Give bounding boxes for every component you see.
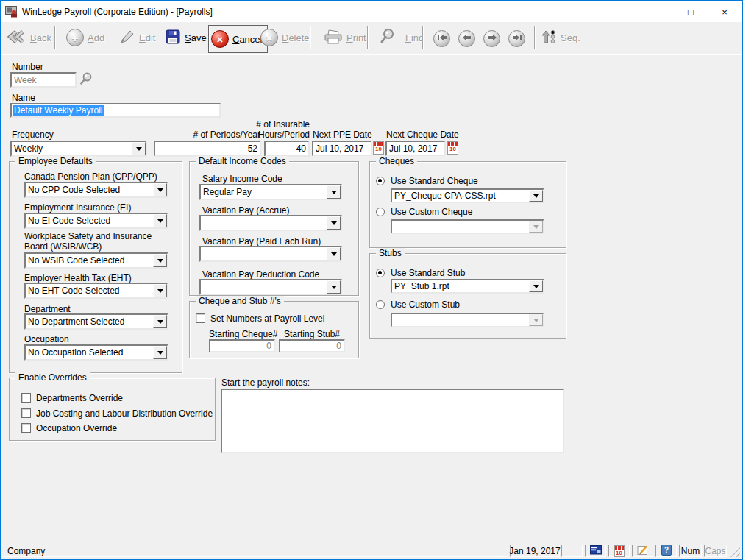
set-numbers-label: Set Numbers at Payroll Level [210,313,324,324]
starting-cheque-input[interactable] [209,339,275,352]
find-button[interactable]: Find [378,26,424,49]
frequency-combo[interactable]: Weekly [10,141,147,157]
custom-cheque-combo[interactable] [391,219,544,234]
use-standard-stub-label: Use Standard Stub [391,268,465,278]
cancel-button[interactable]: × Cancel [208,25,268,53]
use-custom-stub-radio[interactable] [376,300,385,309]
occupation-combo[interactable]: No Occupation Selected [24,344,168,361]
svg-text:?: ? [664,546,668,554]
delete-label: Delete [282,32,310,43]
status-company-panel: Company [4,545,508,557]
chevron-down-icon[interactable] [153,214,167,227]
ei-label: Employment Insurance (EI) [24,202,131,213]
toolbar-separator [54,26,56,49]
print-button[interactable]: Print [324,26,366,49]
salary-income-combo[interactable]: Regular Pay [199,184,342,200]
edit-button[interactable]: Edit [119,26,155,49]
app-window: WinLedge Payroll (Corporate Edition) - [… [0,0,743,560]
chevron-down-icon[interactable] [327,280,341,294]
nav-next-button[interactable] [483,30,500,47]
chevron-down-icon[interactable] [153,284,167,297]
group-title: Stubs [376,248,405,258]
vacation-paid-combo[interactable] [199,246,342,262]
wsib-combo[interactable]: No WSIB Code Selected [24,252,168,269]
number-input[interactable] [10,72,77,88]
occupation-override-label: Occupation Override [36,423,117,433]
app-icon [5,6,18,18]
chevron-down-icon[interactable] [153,315,167,328]
eht-label: Employer Health Tax (EHT) [24,273,132,283]
edit-label: Edit [139,32,155,43]
close-button[interactable]: × [708,1,742,22]
next-cheque-date-input[interactable] [385,141,446,156]
chevron-down-icon[interactable] [327,185,341,199]
custom-stub-combo[interactable] [391,313,544,327]
status-note-panel[interactable] [632,545,653,557]
next-cheque-calendar-icon[interactable]: 10 [447,141,458,155]
insurable-hours-input[interactable] [264,141,310,157]
periods-per-year-input[interactable] [154,141,261,157]
number-label: Number [12,62,43,72]
use-standard-cheque-radio[interactable] [376,177,385,185]
nav-next-icon [487,33,497,44]
window-title: WinLedge Payroll (Corporate Edition) - [… [22,7,213,17]
resize-grip[interactable] [730,547,740,557]
vacation-accrue-combo[interactable] [199,215,342,231]
nav-first-icon [437,33,447,44]
next-cheque-date-label: Next Cheque Date [386,130,459,140]
starting-cheque-label: Starting Cheque# [209,329,275,339]
chevron-down-icon[interactable] [529,280,543,292]
chevron-down-icon[interactable] [327,216,341,230]
ei-combo[interactable]: No EI Code Selected [24,213,168,229]
nav-last-button[interactable] [508,30,525,47]
occupation-override-checkbox[interactable] [21,423,31,433]
eht-combo[interactable]: No EHT Code Selected [24,283,168,299]
status-calendar-panel[interactable]: 10 [608,545,630,557]
delete-button[interactable]: × Delete [260,26,310,49]
chevron-down-icon[interactable] [132,142,146,155]
standard-stub-combo[interactable]: PY_Stub 1.rpt [391,279,544,294]
lookup-magnifier-icon[interactable] [78,71,93,88]
next-ppe-date-input[interactable] [312,141,372,156]
vacation-deduction-combo[interactable] [199,279,342,295]
add-button[interactable]: + Add [66,26,104,49]
chevron-down-icon[interactable] [153,183,167,196]
cpp-combo[interactable]: No CPP Code Selected [24,182,168,198]
nav-first-button[interactable] [433,30,450,47]
next-ppe-calendar-icon[interactable]: 10 [373,141,384,155]
seq-button[interactable]: Seq. [541,26,580,49]
departments-override-checkbox[interactable] [21,393,31,403]
starting-stub-input[interactable] [279,339,345,352]
chevron-down-icon[interactable] [153,254,167,267]
calendar-icon: 10 [614,545,625,557]
chevron-down-icon[interactable] [327,247,341,260]
add-plus-circle-icon: + [66,29,84,46]
department-combo[interactable]: No Department Selected [24,313,168,330]
toolbar-separator [310,26,311,49]
job-costing-override-checkbox[interactable] [21,408,31,418]
nav-previous-button[interactable] [458,30,475,47]
payroll-notes-textarea[interactable] [221,389,564,453]
print-printer-icon [324,29,343,47]
minimize-button[interactable]: – [640,1,674,22]
set-numbers-checkbox[interactable] [196,313,205,323]
use-custom-cheque-radio[interactable] [376,208,385,216]
standard-cheque-combo[interactable]: PY_Cheque CPA-CSS.rpt [391,188,544,203]
use-standard-stub-radio[interactable] [376,269,385,277]
save-button[interactable]: Save [165,26,207,49]
back-button[interactable]: Back [7,26,51,49]
salary-income-label: Salary Income Code [202,174,282,184]
chevron-down-icon[interactable] [153,346,167,359]
cpp-label: Canada Pension Plan (CPP/QPP) [24,171,157,182]
find-label: Find [405,32,424,43]
status-help-panel[interactable]: ? [655,545,677,557]
chevron-down-icon [529,221,543,233]
chevron-down-icon[interactable] [529,190,543,202]
name-input[interactable]: Default Weekly Payroll [10,103,221,118]
departments-override-label: Departments Override [36,393,123,403]
maximize-button[interactable]: □ [674,1,708,22]
wsib-label: Workplace Safety and Insurance Board (WS… [24,231,175,252]
status-form-panel[interactable] [585,545,606,557]
nav-previous-icon [462,33,472,44]
help-icon: ? [661,545,672,558]
